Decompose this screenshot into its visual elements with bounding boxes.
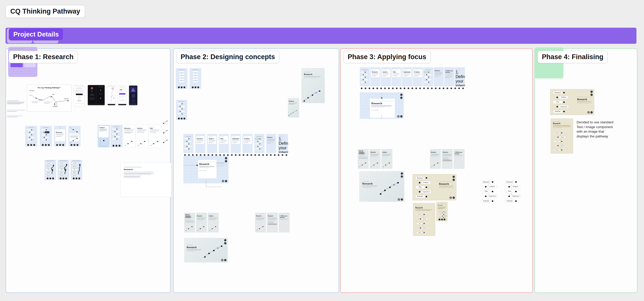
sketch-thumb-arrow-wiggle[interactable]: OutcomeImplementPlanAnalyseResearch <box>71 160 82 180</box>
phase-3-label[interactable]: Phase 3: Applying focus <box>343 51 431 63</box>
screen-thumbnail[interactable]: Research Research Research <box>434 67 444 86</box>
screen-thumbnail[interactable]: Plan Plan Plan <box>391 67 401 86</box>
screen-thumbnail[interactable]: Research Research Research <box>430 149 441 169</box>
pager-dots <box>25 144 37 146</box>
concept-component-card[interactable]: Research Analyse <box>183 156 228 183</box>
screen-thumbnail[interactable]: Research Research Research <box>442 149 453 169</box>
screen-thumbnail[interactable]: Research Research Research <box>255 213 266 233</box>
inspiration-screenshot-dark-app[interactable] <box>88 85 105 105</box>
wireframe-thumb-vertical-list[interactable] <box>190 68 201 89</box>
screen-thumbnail[interactable]: Analyse Analyse Analyse Analyse <box>208 213 219 233</box>
margin-note <box>7 100 26 105</box>
sketch-thumb-arrow-loop[interactable]: OutcomeImplementPlanAnalyseResearch <box>58 160 69 180</box>
wireframe-thumb-zigzag-flow[interactable] <box>176 100 187 120</box>
phase-4-label[interactable]: Phase 4: Finalising <box>538 51 608 63</box>
pager-dots-strip <box>360 87 465 90</box>
inspiration-screenshot-light-app[interactable] <box>74 86 85 106</box>
screen-thumbnail[interactable]: Implement Implement Implement <box>231 134 241 153</box>
wireframe-thumb-research-scurve[interactable]: Research <box>123 125 135 147</box>
wireframe-thumb-research-panel[interactable]: Research <box>54 126 66 146</box>
screen-thumbnail[interactable]: 1. Define your intention 1. Define your … <box>278 134 288 153</box>
wireframe-thumb-plan-scurve[interactable]: Plan <box>149 125 161 147</box>
margin-note <box>7 115 25 118</box>
screen-thumbnail[interactable]: Research Research Research <box>266 134 276 153</box>
screen-thumbnail[interactable]: Implement Implement Implement <box>402 67 412 86</box>
doc-heading: Research <box>124 168 168 171</box>
screen-thumbnail[interactable]: 1. Define your intention 1. Define your … <box>279 213 290 233</box>
stepped-path-card-tall[interactable]: Research <box>301 68 325 103</box>
screen-thumbnail[interactable]: Research Research Research Research <box>196 213 207 233</box>
tan-screen-thumbnail[interactable]: Research ResearchAnalysePlanImplementEva… <box>436 202 448 221</box>
screen-thumbnail[interactable]: Analyse Analyse Analyse <box>207 134 217 153</box>
connector-dash <box>183 165 196 165</box>
screen-thumbnail[interactable]: Analyse Analyse <box>381 149 392 169</box>
component-icons <box>222 180 227 182</box>
screen-thumbnail[interactable]: Evaluate Evaluate Evaluate <box>413 67 423 86</box>
tan-flow-card[interactable]: ResearchAnalysePlanImplementEvaluate Res… <box>550 89 594 115</box>
component-icons <box>590 91 593 96</box>
stepped-path-card-small[interactable]: Research <box>288 98 299 118</box>
screen-thumbnail[interactable]: Evaluate Evaluate Evaluate <box>243 134 253 153</box>
screen-thumbnail[interactable]: Research Research Research <box>423 67 433 86</box>
screen-text: Research <box>268 214 277 232</box>
wireframe-thumb-path-message[interactable] <box>68 126 80 146</box>
sketch-thumb-arrow-loop[interactable]: OutcomeImplementPlanAnalyseResearch <box>45 160 56 180</box>
screen-thumbnail[interactable]: THE CQ THINKING PATHWAY™ THE CQ THINKING… <box>358 149 369 169</box>
tan-flow-card[interactable]: ResearchAnalysePlanImplementEvaluate Res… <box>413 174 456 200</box>
inspiration-screenshot-purple-app[interactable] <box>118 86 126 105</box>
screen-thumbnail[interactable]: Research Research Research <box>254 134 264 153</box>
screen-thumbnail[interactable]: Plan Plan Plan <box>219 134 229 153</box>
phase-2-frame[interactable]: Phase 2: Designing concepts <box>173 48 339 293</box>
pager-dots <box>54 144 66 146</box>
pager-dots <box>176 118 187 120</box>
tan-flow-card-tall[interactable]: Research ResearchAnalysePlanImplementEva… <box>551 119 573 154</box>
poster-step-analyse: Analyse <box>38 99 43 100</box>
wireframe-thumb-zigzag-flow[interactable] <box>110 125 123 147</box>
screen-thumbnail[interactable] <box>183 134 193 153</box>
screen-thumbnail[interactable]: Research Research <box>370 149 381 169</box>
pathway-flow-diagram[interactable]: ResearchAnalysePlanImplementEvaluate <box>505 180 520 203</box>
screen-thumbnail[interactable]: Analyse Analyse Analyse <box>381 67 391 86</box>
pathway-vertical-flow: ResearchAnalysePlanImplementEvaluate <box>415 176 437 198</box>
screen-thumbnail[interactable] <box>360 67 370 86</box>
wireframe-thumb-analyse[interactable]: Analyse <box>98 125 110 147</box>
screen-card: Plan <box>220 136 228 144</box>
phase-3-frame[interactable]: Phase 3: Applying focus <box>340 48 533 293</box>
screen-thumbnail[interactable]: THE CQ THINKING PATHWAY™ THE CQ THINKING… <box>184 213 195 233</box>
pathway-flow-diagram[interactable]: ResearchAnalysePlanImplementEvaluate <box>481 180 498 203</box>
wireframe-thumb-vertical-list[interactable] <box>176 68 187 89</box>
project-details-banner[interactable]: Project Details <box>6 28 636 44</box>
screen-thumbnail[interactable]: 1. Define your intention 1. Define your … <box>454 149 465 169</box>
pager-dots <box>110 145 123 147</box>
screen-thumbnail[interactable]: Research Research Research <box>370 67 380 86</box>
screen-thumbnail[interactable]: 1. Define your intention 1. Define your … <box>444 67 454 86</box>
screen-thumbnail[interactable]: Research Research Research <box>195 134 205 153</box>
inspiration-screenshot-path-map[interactable] <box>108 86 115 105</box>
stepped-path-card-wide[interactable]: Research <box>184 238 228 262</box>
phase-1-frame[interactable]: Phase 1: Research The CQ Thinking Pathwa… <box>6 48 171 293</box>
board-title[interactable]: CQ Thinking Pathway <box>6 5 85 18</box>
wireframe-thumb-analyse-scurve[interactable]: Analyse <box>136 125 148 147</box>
wireframe-thumb-zigzag-selected[interactable] <box>40 126 52 146</box>
phase-4-frame[interactable]: Phase 4: Finalising ResearchAnalysePlanI… <box>534 48 637 293</box>
pathway-vertical-flow: ResearchAnalysePlanImplementEvaluate <box>438 211 446 218</box>
research-doc-card[interactable]: Research <box>121 163 171 197</box>
phase-2-label[interactable]: Phase 2: Designing concepts <box>176 51 279 63</box>
screen-text: 1. Define your intention <box>445 69 453 85</box>
phase-1-label[interactable]: Phase 1: Research <box>9 51 78 63</box>
research-card: Research <box>370 99 395 118</box>
component-icons <box>397 115 403 118</box>
wireframe-thumb-zigzag-flow[interactable] <box>25 126 37 146</box>
screen-thumbnail[interactable]: Research Research Research <box>267 213 278 233</box>
project-details-button[interactable]: Project Details <box>9 28 64 41</box>
screen-thumbnail[interactable]: 1. Define your intention 1. Define your … <box>455 67 465 86</box>
research-component-card[interactable]: Research <box>360 92 404 119</box>
inspiration-screenshot-space-app[interactable] <box>129 86 137 105</box>
tan-flow-card-tall[interactable]: Research ResearchAnalysePlanImplementEva… <box>413 203 435 236</box>
panel-card: Research <box>55 129 65 141</box>
decision-annotation[interactable]: Decided to use standard Text / Image com… <box>577 120 617 139</box>
doc-paragraph <box>124 172 156 174</box>
stepped-path-card-wide[interactable]: Research <box>359 171 404 202</box>
pathway-poster-card[interactable]: The CQ Thinking Pathway™ Research Analys… <box>27 85 71 111</box>
screen-card: Research <box>371 69 380 77</box>
